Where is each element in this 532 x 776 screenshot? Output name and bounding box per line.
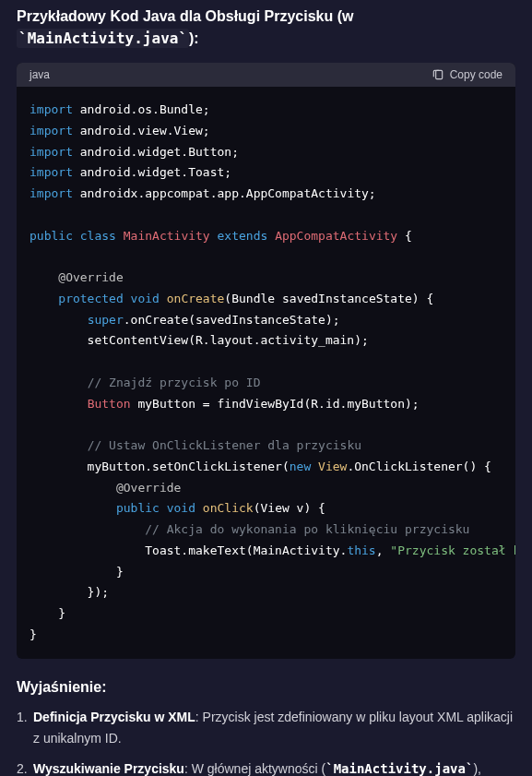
code-content[interactable]: import android.os.Bundle; import android… — [17, 87, 515, 659]
list-item: Definicja Przycisku w XML: Przycisk jest… — [17, 707, 515, 749]
code-lang-label: java — [30, 68, 50, 81]
section-heading: Przykładowy Kod Java dla Obsługi Przycis… — [17, 0, 515, 50]
inline-code: `MainActivity.java` — [325, 761, 473, 776]
code-header: java Copy code — [17, 63, 515, 87]
heading-suffix: ): — [189, 30, 199, 46]
heading-code: `MainActivity.java` — [17, 29, 189, 48]
explanation-list: Definicja Przycisku w XML: Przycisk jest… — [11, 707, 515, 777]
copy-code-label: Copy code — [450, 68, 502, 81]
svg-rect-0 — [435, 70, 442, 78]
code-block: java Copy code import android.os.Bundle;… — [17, 63, 515, 659]
list-item-term: Wyszukiwanie Przycisku — [33, 761, 184, 776]
list-item-term: Definicja Przycisku w XML — [33, 710, 195, 724]
clipboard-icon — [432, 68, 444, 81]
heading-text: Przykładowy Kod Java dla Obsługi Przycis… — [17, 8, 353, 24]
explanation-heading: Wyjaśnienie: — [17, 679, 515, 696]
list-item: Wyszukiwanie Przycisku: W głównej aktywn… — [17, 758, 515, 776]
copy-code-button[interactable]: Copy code — [432, 68, 502, 81]
